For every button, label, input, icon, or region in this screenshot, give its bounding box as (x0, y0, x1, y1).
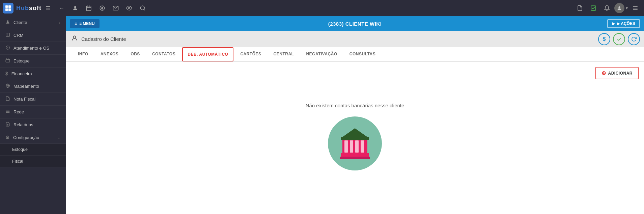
client-header: ≡ ≡ MENU (2383) CLIENTE WIKI ▶ ▶ AÇÕES (66, 16, 644, 31)
acoes-label: ▶ AÇÕES (617, 21, 635, 26)
acoes-button[interactable]: ▶ ▶ AÇÕES (607, 19, 640, 28)
logo-area: Hubsoft ☰ (3, 3, 50, 14)
menu-label: ≡ MENU (79, 21, 95, 26)
client-title: (2383) CLIENTE WIKI (328, 21, 382, 27)
acoes-icon: ▶ (612, 21, 615, 26)
hamburger-menu-button[interactable] (629, 2, 641, 14)
user-menu-button[interactable]: ▾ (614, 3, 628, 13)
empty-text: Não existem contas bancárias nesse clien… (306, 103, 404, 108)
svg-rect-41 (340, 157, 370, 159)
sidebar-item-configuracao[interactable]: ⚙ Configuração ⌄ (0, 131, 66, 144)
sidebar-item-relatorios[interactable]: Relatórios (0, 118, 66, 131)
chevron-down-icon: ⌄ (57, 135, 60, 140)
tab-deb-automatico[interactable]: DÉB. AUTOMÁTICO (182, 47, 233, 61)
sidebar-item-atendimento[interactable]: Atendimento e OS (0, 42, 66, 55)
svg-rect-24 (6, 59, 10, 62)
check-action-button[interactable] (613, 33, 625, 45)
svg-rect-3 (8, 8, 11, 11)
adicionar-label: ADICIONAR (608, 71, 633, 76)
svg-point-13 (140, 6, 144, 10)
svg-rect-21 (6, 33, 10, 37)
sidebar-item-financeiro[interactable]: $ Financeiro (0, 68, 66, 80)
inbox-button[interactable] (110, 2, 122, 14)
svg-rect-5 (86, 6, 91, 11)
empty-state: Não existem contas bancárias nesse clien… (66, 72, 644, 214)
sidebar-item-label: Nota Fiscal (13, 97, 35, 102)
chevron-right-icon: › (59, 21, 60, 25)
cadastro-bar: Cadastro do Cliente $ (66, 31, 644, 47)
back-button[interactable]: ← (56, 2, 68, 14)
svg-rect-2 (5, 8, 8, 11)
svg-rect-36 (344, 140, 348, 153)
refresh-action-button[interactable] (628, 33, 640, 45)
svg-line-14 (144, 9, 145, 10)
svg-rect-37 (350, 140, 353, 153)
menu-button[interactable]: ≡ ≡ MENU (70, 19, 100, 28)
sidebar-item-label: Atendimento e OS (13, 46, 49, 51)
tab-central[interactable]: CENTRAL (268, 47, 300, 61)
svg-point-16 (618, 6, 620, 8)
svg-rect-1 (8, 5, 11, 8)
dollar-action-button[interactable]: $ (598, 33, 610, 45)
top-bar: Hubsoft ☰ ← ▾ (0, 0, 644, 16)
sidebar-item-label: Estoque (13, 58, 30, 63)
tab-contatos[interactable]: CONTATOS (147, 47, 181, 61)
dollar-button[interactable] (96, 2, 108, 14)
sidebar-item-cliente[interactable]: Cliente › (0, 16, 66, 29)
tab-consultas[interactable]: CONSULTAS (344, 47, 381, 61)
sidebar-item-nota-fiscal[interactable]: Nota Fiscal (0, 93, 66, 106)
sidebar-item-label: Mapeamento (13, 84, 39, 89)
rede-icon (5, 109, 10, 115)
sidebar-item-label: Cliente (13, 20, 27, 25)
estoque-icon (5, 58, 10, 64)
sidebar-item-crm[interactable]: CRM (0, 29, 66, 42)
tab-anexos[interactable]: ANEXOS (95, 47, 124, 61)
sidebar-item-label: CRM (13, 33, 24, 38)
sidebar-item-label: Configuração (13, 135, 39, 140)
tab-negativacao[interactable]: NEGATIVAÇÃO (301, 47, 342, 61)
tab-cartoes[interactable]: CARTÕES (235, 47, 267, 61)
search-button[interactable] (137, 2, 149, 14)
relatorios-icon (5, 122, 10, 128)
eye-button[interactable] (123, 2, 135, 14)
sidebar-item-label: Relatórios (13, 122, 33, 127)
content-area: ≡ ≡ MENU (2383) CLIENTE WIKI ▶ ▶ AÇÕES C… (66, 16, 644, 214)
svg-marker-33 (341, 128, 368, 138)
sidebar-item-estoque[interactable]: Estoque (0, 55, 66, 68)
svg-point-20 (7, 20, 9, 22)
nota-fiscal-icon (5, 96, 10, 102)
adicionar-button[interactable]: ⊕ ADICIONAR (595, 67, 639, 79)
sidebar-item-label: Rede (13, 109, 24, 114)
atendimento-icon (5, 45, 10, 51)
crm-icon (5, 32, 10, 38)
sidebar-item-label: Fiscal (12, 159, 23, 164)
cadastro-actions: $ (598, 33, 640, 45)
svg-rect-40 (341, 153, 369, 157)
calendar-button[interactable] (83, 2, 95, 14)
tabs-bar: INFO ANEXOS OBS CONTATOS DÉB. AUTOMÁTICO… (66, 47, 644, 62)
svg-rect-39 (361, 140, 364, 153)
document-button[interactable] (574, 2, 586, 14)
svg-rect-34 (341, 137, 369, 140)
user-profile-button[interactable] (69, 2, 81, 14)
bell-button[interactable] (601, 2, 613, 14)
logo-icon (3, 3, 13, 14)
check-button[interactable] (587, 2, 599, 14)
sidebar-item-fiscal-sub[interactable]: Fiscal (0, 156, 66, 167)
financeiro-icon: $ (5, 71, 8, 76)
svg-point-4 (74, 6, 76, 8)
plus-icon: ⊕ (601, 70, 606, 76)
sidebar-item-label: Financeiro (11, 71, 32, 76)
cliente-icon (5, 20, 10, 25)
sidebar-toggle-icon[interactable]: ☰ (46, 5, 50, 11)
mapeamento-icon (5, 83, 10, 89)
cadastro-icon (71, 35, 78, 43)
sidebar-item-estoque-sub[interactable]: Estoque (0, 144, 66, 156)
avatar (614, 3, 624, 13)
svg-point-32 (74, 36, 76, 38)
sidebar-item-rede[interactable]: Rede (0, 106, 66, 118)
sidebar-item-mapeamento[interactable]: Mapeamento (0, 80, 66, 93)
tab-info[interactable]: INFO (73, 47, 94, 61)
svg-rect-38 (355, 140, 359, 153)
tab-obs[interactable]: OBS (125, 47, 145, 61)
